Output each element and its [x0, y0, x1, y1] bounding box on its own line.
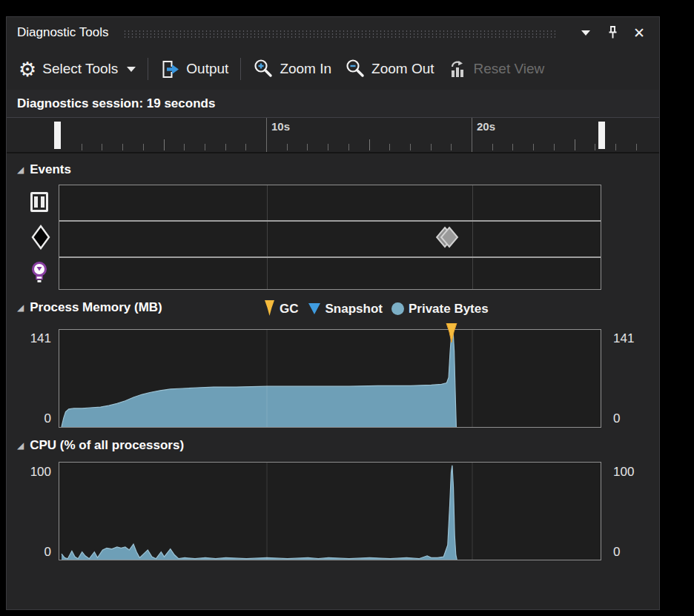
gc-flag-icon: [264, 300, 275, 317]
cpu-ymin-right: 0: [613, 545, 649, 560]
events-row-intellitrace[interactable]: [59, 220, 601, 255]
drag-grip-texture[interactable]: [123, 30, 555, 39]
legend-private-bytes-label: Private Bytes: [409, 302, 489, 317]
legend-snapshot-label: Snapshot: [325, 302, 383, 317]
zoom-in-icon: [253, 59, 274, 79]
events-grid[interactable]: [59, 185, 601, 290]
cpu-ymin-left: 0: [16, 545, 51, 560]
gc-flag-icon: [445, 323, 458, 344]
legend-gc-label: GC: [280, 302, 299, 317]
legend-gc: GC: [264, 300, 299, 317]
memory-ymax-left: 141: [16, 331, 51, 346]
intellitrace-events-icon: [30, 225, 51, 250]
event-marker[interactable]: [436, 225, 460, 252]
memory-legend: GC Snapshot Private Bytes: [264, 300, 489, 317]
session-text: Diagnostics session: 19 seconds: [17, 96, 215, 111]
close-button[interactable]: ✕: [629, 23, 649, 42]
memory-ymax-right: 141: [613, 331, 649, 346]
gear-icon: ⚙: [19, 59, 36, 79]
events-title: Events: [30, 162, 71, 177]
legend-snapshot: Snapshot: [308, 302, 383, 317]
cpu-title: CPU (% of all processors): [30, 438, 184, 453]
reset-view-icon: [448, 59, 468, 79]
stacked-diamonds-icon: [436, 225, 460, 249]
memory-ymin-right: 0: [613, 411, 649, 426]
dropdown-chevron-icon: [127, 67, 136, 72]
panel-title: Diagnostic Tools: [17, 25, 108, 40]
memory-title: Process Memory (MB): [30, 300, 162, 315]
memory-ymin-left: 0: [16, 411, 51, 426]
toolbar-separator: [148, 58, 148, 80]
zoom-in-button[interactable]: Zoom In: [253, 59, 331, 79]
timeline-handle-left[interactable]: [54, 122, 61, 149]
close-icon: ✕: [633, 26, 645, 40]
cpu-area-chart: [59, 463, 601, 560]
snapshot-triangle-icon: [308, 303, 321, 315]
output-button[interactable]: Output: [160, 59, 228, 79]
toolbar-separator: [240, 58, 241, 80]
collapse-triangle-icon: ◢: [17, 165, 24, 175]
events-row-break[interactable]: [59, 185, 601, 220]
select-tools-button[interactable]: ⚙ Select Tools: [19, 59, 136, 79]
diagnostic-tools-panel: Diagnostic Tools ✕ ⚙ Select Tools Output: [6, 16, 660, 610]
reset-view-label: Reset View: [474, 61, 545, 77]
screen: Diagnostic Tools ✕ ⚙ Select Tools Output: [0, 0, 694, 616]
memory-chart[interactable]: [59, 329, 601, 428]
cpu-section-header[interactable]: ◢ CPU (% of all processors): [17, 438, 184, 453]
memory-area-chart: [59, 330, 601, 427]
custom-events-icon: [30, 261, 48, 284]
pin-icon: [607, 25, 619, 40]
zoom-in-label: Zoom In: [280, 61, 331, 77]
toolbar: ⚙ Select Tools Output Zoom In: [7, 48, 659, 90]
cpu-ymax-right: 100: [613, 465, 649, 480]
break-events-icon: [30, 192, 48, 212]
chevron-down-icon: [581, 30, 590, 36]
cpu-chart[interactable]: [59, 462, 601, 560]
timeline-handle-right[interactable]: [598, 122, 605, 149]
output-label: Output: [186, 61, 228, 77]
zoom-out-icon: [345, 59, 366, 79]
reset-view-button[interactable]: Reset View: [448, 59, 545, 79]
events-row-custom[interactable]: [59, 256, 601, 291]
select-tools-label: Select Tools: [42, 61, 118, 77]
memory-section-header[interactable]: ◢ Process Memory (MB): [17, 300, 162, 315]
legend-private-bytes: Private Bytes: [391, 302, 489, 317]
private-bytes-dot-icon: [391, 302, 404, 315]
collapse-triangle-icon: ◢: [17, 440, 24, 451]
output-icon: [160, 59, 180, 79]
collapse-triangle-icon: ◢: [17, 302, 24, 313]
panel-title-bar: Diagnostic Tools ✕: [7, 17, 659, 48]
session-bar: Diagnostics session: 19 seconds: [7, 90, 659, 118]
cpu-ymax-left: 100: [16, 465, 51, 480]
pin-button[interactable]: [603, 23, 622, 42]
events-section-header[interactable]: ◢ Events: [17, 162, 71, 177]
window-menu-button[interactable]: [576, 23, 595, 42]
zoom-out-button[interactable]: Zoom Out: [345, 59, 434, 79]
timeline-ruler[interactable]: 10s20s: [7, 118, 659, 153]
zoom-out-label: Zoom Out: [371, 61, 434, 77]
